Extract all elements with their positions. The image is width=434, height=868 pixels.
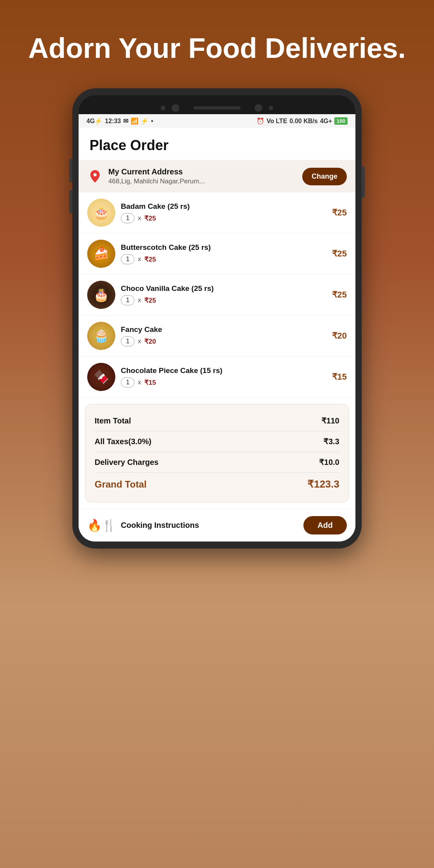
order-items-list: 🎂 Badam Cake (25 rs) 1 x ₹25 ₹25 [79, 192, 355, 398]
item-unit-price: ₹15 [144, 378, 156, 387]
qty-badge: 1 [121, 377, 135, 387]
dot-indicator: • [151, 118, 153, 125]
order-item: 🍰 Butterscotch Cake (25 rs) 1 x ₹25 ₹25 [79, 233, 355, 274]
item-total-label: Item Total [95, 416, 131, 425]
address-section: My Current Address 468,Lig, Mahilchi Nag… [79, 160, 355, 192]
item-image-badam: 🎂 [87, 199, 115, 227]
message-icon: ✉ [123, 117, 128, 125]
cooking-icon: 🔥🍴 [87, 518, 116, 532]
item-name: Fancy Cake [121, 325, 326, 334]
grand-total-label: Grand Total [95, 479, 147, 490]
usb-icon: ⚡ [141, 117, 149, 125]
item-total-price: ₹15 [332, 372, 347, 382]
battery-indicator: 100 [334, 117, 348, 125]
header-section: Adorn Your Food Deliveries. [5, 0, 429, 88]
item-image-choco-vanilla: 🎂 [87, 281, 115, 309]
item-image-choco-piece: 🍫 [87, 363, 115, 391]
camera-main [172, 104, 179, 112]
order-item: 🍫 Chocolate Piece Cake (15 rs) 1 x ₹15 ₹… [79, 357, 355, 398]
app-tagline: Adorn Your Food Deliveries. [5, 31, 429, 65]
item-x-symbol: x [138, 296, 141, 304]
item-x-symbol: x [138, 255, 141, 263]
speaker [194, 106, 240, 109]
item-qty-row: 1 x ₹25 [121, 254, 326, 264]
order-summary: Item Total ₹110 All Taxes(3.0%) ₹3.3 Del… [85, 404, 349, 502]
item-image-butterscotch: 🍰 [87, 240, 115, 268]
time-display: 12:33 [105, 118, 121, 125]
camera-right [269, 106, 273, 110]
camera-left [161, 106, 165, 110]
change-address-button[interactable]: Change [302, 168, 347, 185]
summary-divider [95, 431, 339, 431]
qty-badge: 1 [121, 254, 135, 264]
item-unit-price: ₹25 [144, 255, 156, 264]
cooking-label: Cooking Instructions [121, 521, 199, 530]
status-left: 4G⚡ 12:33 ✉ 📶 ⚡ • [86, 117, 153, 125]
delivery-row: Delivery Charges ₹10.0 [95, 454, 339, 470]
volume-down-button [69, 190, 72, 213]
order-item: 🎂 Badam Cake (25 rs) 1 x ₹25 ₹25 [79, 192, 355, 233]
order-item: 🎂 Choco Vanilla Cake (25 rs) 1 x ₹25 ₹25 [79, 274, 355, 316]
item-qty-row: 1 x ₹25 [121, 295, 326, 305]
item-details: Butterscotch Cake (25 rs) 1 x ₹25 [121, 243, 326, 264]
item-qty-row: 1 x ₹20 [121, 336, 326, 346]
summary-divider [95, 452, 339, 452]
summary-divider [95, 472, 339, 473]
item-name: Butterscotch Cake (25 rs) [121, 243, 326, 252]
phone-device: 4G⚡ 12:33 ✉ 📶 ⚡ • ⏰ Vo LTE 0.00 KB/s 4G+… [72, 88, 362, 549]
item-name: Choco Vanilla Cake (25 rs) [121, 284, 326, 293]
item-name: Chocolate Piece Cake (15 rs) [121, 366, 326, 375]
item-unit-price: ₹25 [144, 214, 156, 222]
app-content: Place Order My Current Address 468,Lig, … [79, 128, 355, 542]
item-name: Badam Cake (25 rs) [121, 202, 326, 211]
order-item: 🧁 Fancy Cake 1 x ₹20 ₹20 [79, 316, 355, 357]
camera-right-main [255, 104, 262, 112]
grand-total-value: ₹123.3 [307, 478, 339, 490]
address-info: My Current Address 468,Lig, Mahilchi Nag… [108, 167, 297, 185]
page-title: Place Order [90, 137, 344, 154]
item-details: Choco Vanilla Cake (25 rs) 1 x ₹25 [121, 284, 326, 305]
network-icon: 📶 [131, 117, 138, 125]
item-total-price: ₹25 [332, 249, 347, 259]
item-details: Badam Cake (25 rs) 1 x ₹25 [121, 202, 326, 223]
taxes-row: All Taxes(3.0%) ₹3.3 [95, 434, 339, 449]
lte-text: Vo LTE [267, 118, 287, 125]
location-pin-icon [87, 169, 103, 184]
item-qty-row: 1 x ₹25 [121, 213, 326, 223]
item-details: Fancy Cake 1 x ₹20 [121, 325, 326, 346]
address-text: 468,Lig, Mahilchi Nagar,Perum... [108, 178, 297, 185]
item-x-symbol: x [138, 378, 141, 386]
item-unit-price: ₹20 [144, 337, 156, 346]
alarm-icon: ⏰ [256, 117, 264, 125]
address-title: My Current Address [108, 167, 297, 176]
cooking-instructions-section: 🔥🍴 Cooking Instructions Add [79, 509, 355, 542]
qty-badge: 1 [121, 295, 135, 305]
grand-total-row: Grand Total ₹123.3 [95, 475, 339, 493]
item-total-price: ₹25 [332, 290, 347, 300]
qty-badge: 1 [121, 213, 135, 223]
item-qty-row: 1 x ₹15 [121, 377, 326, 387]
network-type: 4G+ [320, 118, 332, 125]
item-x-symbol: x [138, 337, 141, 345]
phone-screen: Place Order My Current Address 468,Lig, … [79, 128, 355, 542]
item-total-price: ₹20 [332, 331, 347, 341]
cooking-left: 🔥🍴 Cooking Instructions [87, 518, 199, 532]
status-bar: 4G⚡ 12:33 ✉ 📶 ⚡ • ⏰ Vo LTE 0.00 KB/s 4G+… [79, 114, 355, 128]
qty-badge: 1 [121, 336, 135, 346]
speed-text: 0.00 KB/s [290, 118, 318, 125]
svg-point-0 [93, 173, 97, 176]
taxes-value: ₹3.3 [323, 437, 339, 446]
phone-notch [79, 95, 355, 114]
signal-icon: 4G⚡ [86, 117, 102, 125]
status-right: ⏰ Vo LTE 0.00 KB/s 4G+ 100 [256, 117, 348, 125]
camera-row [161, 100, 273, 114]
item-details: Chocolate Piece Cake (15 rs) 1 x ₹15 [121, 366, 326, 387]
item-total-value: ₹110 [321, 416, 339, 425]
volume-up-button [69, 159, 72, 182]
delivery-label: Delivery Charges [95, 458, 158, 467]
taxes-label: All Taxes(3.0%) [95, 437, 151, 446]
item-image-fancy: 🧁 [87, 322, 115, 350]
item-total-row: Item Total ₹110 [95, 413, 339, 429]
add-cooking-instructions-button[interactable]: Add [303, 516, 347, 534]
item-x-symbol: x [138, 214, 141, 222]
